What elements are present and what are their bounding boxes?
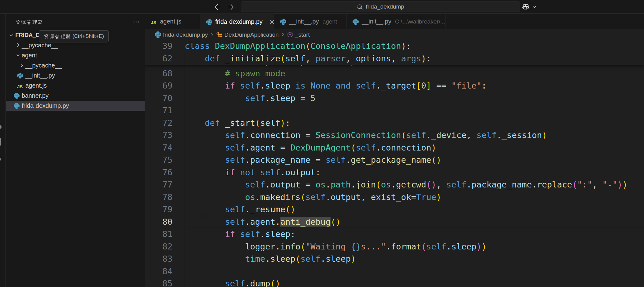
tree-item-label: __pycache__	[25, 60, 62, 71]
line-number: 77	[145, 179, 172, 191]
sidebar-header	[6, 14, 145, 30]
line-number: 82	[145, 241, 172, 253]
indent-guide	[205, 104, 205, 117]
code-text: self.agent = DexDumpAgent(self.connectio…	[185, 142, 436, 154]
code-text: self.output = os.path.join(os.getcwd(), …	[185, 179, 627, 191]
close-icon[interactable]	[269, 18, 275, 26]
chevron-down-icon	[15, 52, 21, 58]
line-number: 79	[145, 203, 172, 216]
tree-item-agent[interactable]: agent	[6, 50, 145, 60]
tab--init-py-2[interactable]: __init__.pyagent	[274, 14, 346, 29]
tab-label: agent.js	[160, 18, 181, 25]
breadcrumb-item[interactable]: frida-dexdump.py	[155, 31, 208, 38]
code-text: self.sleep = 5	[185, 92, 316, 105]
editor-group: JSagent.jsfrida-dexdump.py__init__.pyage…	[145, 14, 644, 287]
python-icon	[353, 19, 359, 25]
tab-bar: JSagent.jsfrida-dexdump.py__init__.pyage…	[145, 14, 644, 29]
code-line-82: 82 logger.info("Waiting {}s...".format(s…	[145, 241, 644, 253]
code-line-74: 74 self.agent = DexDumpAgent(self.connec…	[145, 142, 644, 154]
sidebar-title	[15, 14, 43, 30]
line-number: 80	[145, 216, 172, 228]
line-number: 75	[145, 154, 172, 166]
tree-item-label: agent	[22, 50, 37, 60]
code-line-75: 75 self.package_name = self.get_package_…	[145, 154, 644, 166]
tree-item-label: __init__.py	[25, 71, 55, 81]
tree-item--init-py[interactable]: __init__.py	[6, 71, 145, 81]
tree-item--pycache-[interactable]: __pycache__	[6, 60, 145, 71]
code-line-69: 69 if self.sleep is None and self._targe…	[145, 80, 644, 92]
code-line-72: 72 def _start(self):	[145, 117, 644, 129]
line-number: 76	[145, 166, 172, 179]
code-text: def _start(self):	[185, 117, 291, 129]
tree-item-banner-py[interactable]: banner.py	[6, 91, 145, 101]
code-text: self.agent.anti_debug()	[185, 216, 341, 228]
code-line-77: 77 self.output = os.path.join(os.getcwd(…	[145, 179, 644, 191]
tree-item-frida-dexdump-py[interactable]: frida-dexdump.py	[6, 101, 145, 111]
code-text: self.package_name = self.get_package_nam…	[185, 154, 441, 166]
chevron-right-icon	[209, 32, 215, 37]
symbol-method-icon	[287, 31, 293, 38]
tab-agent-js[interactable]: JSagent.js	[145, 14, 200, 29]
javascript-icon: JS	[17, 84, 23, 89]
code-line-71: 71	[145, 104, 644, 117]
breadcrumb-item[interactable]: _start	[287, 31, 310, 38]
chevron-down-icon	[8, 32, 14, 38]
line-number: 78	[145, 191, 172, 204]
tab--init-py-3[interactable]: __init__.pyC:\...\wallbreaker\...	[346, 14, 446, 29]
breadcrumb-label: _start	[295, 31, 310, 38]
javascript-icon: JS	[151, 20, 156, 25]
code-text: time.sleep(self.sleep)	[185, 253, 356, 265]
code-text: # spawn mode	[185, 67, 285, 80]
breadcrumb-item[interactable]: DexDumpApplication	[216, 31, 279, 38]
line-number: 39	[145, 40, 172, 53]
line-number: 81	[145, 228, 172, 241]
line-number: 74	[145, 142, 172, 154]
copilot-icon	[522, 3, 530, 11]
chevron-down-icon	[532, 4, 537, 9]
indent-guide	[185, 265, 185, 278]
code-text: def _initialize(self, parser, options, a…	[185, 53, 431, 65]
tree-item-label: frida-dexdump.py	[22, 101, 69, 111]
tab-frida-dexdump-py[interactable]: frida-dexdump.py	[200, 14, 274, 29]
code-line-73: 73 self.connection = SessionConnection(s…	[145, 129, 644, 142]
more-actions-icon[interactable]	[133, 19, 139, 25]
python-icon	[14, 93, 20, 99]
code-line-76: 76 if not self.output:	[145, 166, 644, 179]
tab-label: __init__.py	[289, 18, 319, 25]
tab-label: frida-dexdump.py	[215, 18, 263, 25]
nav-forward-icon[interactable]	[226, 0, 236, 14]
tree-item-label: banner.py	[22, 91, 49, 101]
code-text: if self.sleep is None and self._target[0…	[185, 80, 487, 92]
code-text: logger.info("Waiting {}s...".format(self…	[185, 241, 487, 253]
python-icon	[14, 103, 20, 109]
code-line-62: 62 def _initialize(self, parser, options…	[145, 53, 644, 65]
code-text: if self.sleep:	[185, 228, 295, 241]
tree-item-agent-js[interactable]: JSagent.js	[6, 81, 145, 91]
activity-bar-sliver	[0, 14, 6, 287]
copilot-menu[interactable]	[522, 2, 537, 12]
sticky-scroll: 39class DexDumpApplication(ConsoleApplic…	[145, 40, 644, 65]
nav-back-icon[interactable]	[213, 0, 223, 14]
code-line-79: 79 self._resume()	[145, 203, 644, 216]
code-text: self.connection = SessionConnection(self…	[185, 129, 547, 142]
command-center-search[interactable]: frida_dexdump	[241, 2, 520, 12]
tab-description: C:\...\wallbreaker\...	[395, 18, 445, 25]
explorer-sidebar: FRIDA_DEXDUMP__pycache__agent__pycache__…	[6, 14, 145, 287]
chevron-right-icon	[19, 62, 25, 68]
code-line-81: 81 if self.sleep:	[145, 228, 644, 241]
line-number: 68	[145, 67, 172, 80]
command-center-text: frida_dexdump	[366, 3, 404, 10]
code-editor[interactable]: 67 self.output = options.output68 # spaw…	[145, 40, 644, 287]
line-number: 84	[145, 265, 172, 278]
search-icon	[357, 4, 363, 10]
code-text: self._resume()	[185, 203, 295, 216]
line-number: 71	[145, 104, 172, 117]
code-line-70: 70 self.sleep = 5	[145, 92, 644, 105]
line-number: 83	[145, 253, 172, 265]
tab-description: agent	[323, 18, 337, 25]
python-icon	[17, 73, 23, 78]
code-text: if not self.output:	[185, 166, 320, 179]
tree-item-label: agent.js	[25, 81, 47, 91]
python-icon	[206, 19, 212, 25]
code-text: self.dump()	[185, 278, 280, 287]
